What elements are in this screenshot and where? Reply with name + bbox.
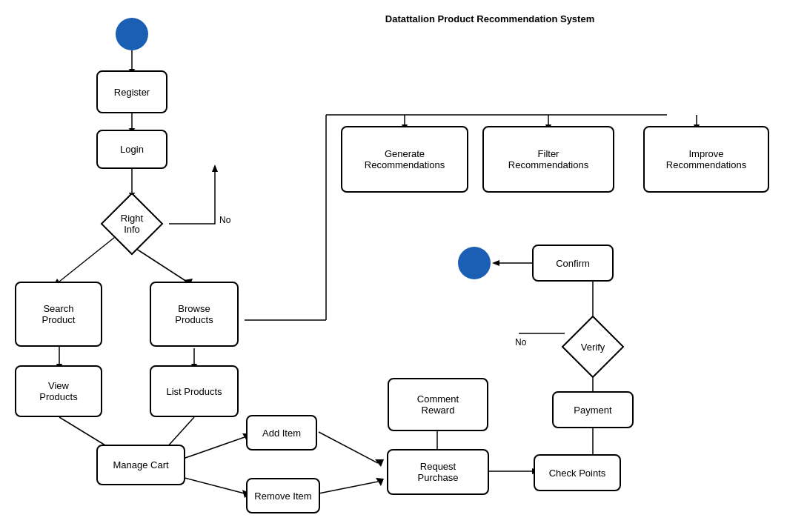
search-product-node: SearchProduct bbox=[15, 282, 102, 347]
confirm-node: Confirm bbox=[532, 245, 614, 282]
diagram: Datattalion Product Recommendation Syste… bbox=[0, 0, 787, 532]
register-node: Register bbox=[96, 70, 167, 113]
comment-reward-node: CommentReward bbox=[388, 378, 488, 431]
svg-marker-26 bbox=[376, 478, 384, 486]
remove-item-node: Remove Item bbox=[246, 478, 320, 513]
improve-recommendations-node: ImproveRecommendations bbox=[643, 126, 769, 193]
login-node: Login bbox=[96, 130, 167, 169]
add-item-node: Add Item bbox=[246, 415, 317, 450]
view-products-node: ViewProducts bbox=[15, 365, 102, 417]
svg-marker-46 bbox=[492, 260, 499, 266]
svg-line-23 bbox=[319, 432, 378, 463]
filter-recommendations-node: FilterRecommendations bbox=[482, 126, 614, 193]
payment-node: Payment bbox=[552, 391, 634, 428]
browse-products-node: BrowseProducts bbox=[150, 282, 239, 347]
manage-cart-node: Manage Cart bbox=[96, 445, 185, 485]
svg-marker-24 bbox=[375, 459, 384, 467]
check-points-node: Check Points bbox=[534, 454, 621, 491]
list-products-node: List Products bbox=[150, 365, 239, 417]
svg-marker-6 bbox=[212, 164, 218, 172]
verify-diamond: Verify bbox=[556, 317, 630, 376]
end-circle bbox=[458, 247, 491, 279]
request-purchase-node: RequestPurchase bbox=[387, 449, 489, 495]
start-circle bbox=[116, 18, 148, 50]
right-info-diamond: RightInfo bbox=[95, 194, 169, 253]
no-label-verify: No bbox=[515, 337, 526, 348]
no-label-right-info: No bbox=[219, 215, 230, 225]
generate-recommendations-node: GenerateRecommendations bbox=[341, 126, 468, 193]
svg-line-25 bbox=[319, 482, 378, 493]
page-title: Datattalion Product Recommendation Syste… bbox=[207, 13, 772, 24]
